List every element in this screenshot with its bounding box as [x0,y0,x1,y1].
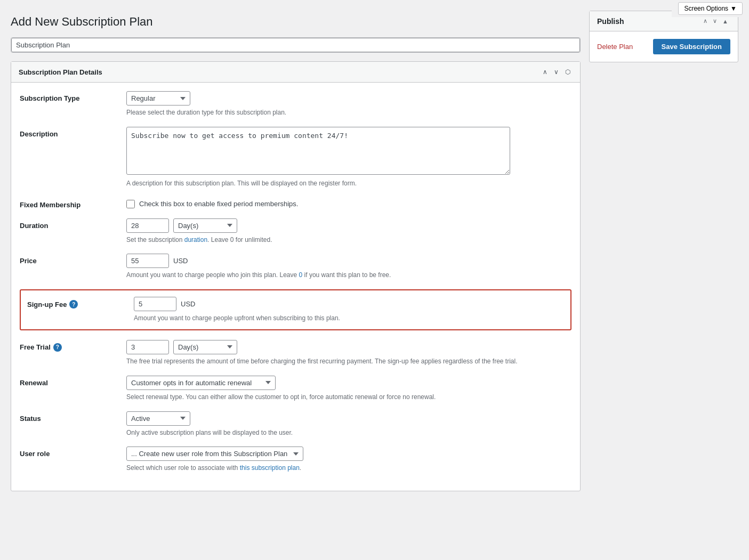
user-role-row: User role ... Create new user role from … [20,447,571,473]
plan-title-input[interactable] [11,38,580,52]
duration-hint: Set the subscription duration. Leave 0 f… [126,236,571,245]
user-role-select[interactable]: ... Create new user role from this Subsc… [126,447,303,461]
free-trial-unit-select[interactable]: Day(s) Week(s) Month(s) Year(s) [173,340,237,354]
title-input-wrapper [11,37,581,53]
page-title: Add New Subscription Plan [11,15,581,29]
renewal-hint: Select renewal type. You can either allo… [126,393,571,402]
signup-fee-row: Sign-up Fee ? USD Amount you want to cha… [20,289,571,330]
panel-controls: ∧ ∨ ⬡ [541,67,573,77]
user-role-hint-link[interactable]: this subscription plan [240,464,300,472]
status-field: Active Inactive Only active subscription… [126,411,571,437]
subscription-type-field: Regular Lifetime Free Please select the … [126,91,571,117]
page-wrapper: Add New Subscription Plan Subscription P… [0,0,749,510]
free-trial-field: Day(s) Week(s) Month(s) Year(s) The free… [126,340,571,366]
free-trial-row: Free Trial ? Day(s) Week(s) Month(s) Yea… [20,340,571,366]
signup-fee-hint: Amount you want to charge people upfront… [134,314,564,323]
description-label: Description [20,127,126,138]
price-input[interactable] [126,254,169,268]
publish-panel: Publish ∧ ∨ ▲ Delete Plan Save Subscript… [589,11,738,62]
panel-title: Subscription Plan Details [19,68,102,76]
free-trial-inputs: Day(s) Week(s) Month(s) Year(s) [126,340,571,354]
top-bar: Screen Options ▼ [672,0,749,17]
subscription-type-label: Subscription Type [20,91,126,102]
publish-header-controls: ∧ ∨ ▲ [701,17,730,26]
fixed-membership-checkbox[interactable] [126,200,135,208]
price-field: USD Amount you want to charge people who… [126,254,571,280]
price-row: Price USD Amount you want to charge peop… [20,254,571,280]
main-content: Add New Subscription Plan Subscription P… [11,11,581,500]
price-hint: Amount you want to charge people who joi… [126,271,571,280]
panel-body: Subscription Type Regular Lifetime Free … [11,83,580,491]
save-subscription-button[interactable]: Save Subscription [653,39,730,54]
renewal-label: Renewal [20,376,126,387]
screen-options-label: Screen Options [684,5,728,12]
screen-options-chevron: ▼ [730,5,737,12]
duration-unit-select[interactable]: Day(s) Week(s) Month(s) Year(s) [173,218,237,233]
sidebar: Publish ∧ ∨ ▲ Delete Plan Save Subscript… [589,11,738,62]
signup-fee-field: USD Amount you want to charge people upf… [134,297,564,323]
signup-fee-input[interactable] [134,297,176,311]
status-row: Status Active Inactive Only active subsc… [20,411,571,437]
price-label: Price [20,254,126,265]
price-hint-link[interactable]: 0 [299,271,303,279]
panel-up-button[interactable]: ∧ [541,67,550,77]
signup-fee-currency: USD [181,300,195,308]
signup-fee-help-icon[interactable]: ? [69,300,78,309]
status-hint: Only active subscription plans will be d… [126,428,571,437]
signup-fee-label: Sign-up Fee ? [27,297,134,309]
signup-fee-inputs: USD [134,297,564,311]
fixed-membership-label: Fixed Membership [20,198,126,209]
free-trial-label: Free Trial ? [20,340,126,352]
free-trial-number-input[interactable] [126,340,169,354]
panel-down-button[interactable]: ∨ [552,67,561,77]
subscription-type-row: Subscription Type Regular Lifetime Free … [20,91,571,117]
description-field: Subscribe now to get access to premium c… [126,127,571,188]
publish-title: Publish [597,17,624,26]
renewal-row: Renewal Customer opts in for automatic r… [20,376,571,402]
subscription-type-select[interactable]: Regular Lifetime Free [126,91,190,105]
description-hint: A description for this subscription plan… [126,179,571,188]
fixed-membership-row: Fixed Membership Check this box to enabl… [20,198,571,209]
free-trial-help-icon[interactable]: ? [53,343,62,352]
duration-inputs: Day(s) Week(s) Month(s) Year(s) [126,218,571,233]
subscription-type-hint: Please select the duration type for this… [126,108,571,117]
publish-up-button[interactable]: ∧ [701,17,710,26]
user-role-label: User role [20,447,126,458]
status-select[interactable]: Active Inactive [126,411,190,426]
description-row: Description Subscribe now to get access … [20,127,571,188]
status-label: Status [20,411,126,423]
price-currency: USD [173,257,188,265]
delete-plan-link[interactable]: Delete Plan [597,43,633,51]
description-textarea[interactable]: Subscribe now to get access to premium c… [126,127,510,175]
price-inputs: USD [126,254,571,268]
duration-hint-link[interactable]: duration [184,236,207,244]
renewal-select[interactable]: Customer opts in for automatic renewal F… [126,376,276,390]
free-trial-hint: The free trial represents the amount of … [126,357,571,366]
fixed-membership-field: Check this box to enable fixed period me… [126,198,571,208]
renewal-field: Customer opts in for automatic renewal F… [126,376,571,402]
publish-body: Delete Plan Save Subscription [590,31,738,62]
user-role-field: ... Create new user role from this Subsc… [126,447,571,473]
panel-expand-button[interactable]: ⬡ [563,67,573,77]
duration-row: Duration Day(s) Week(s) Month(s) Year(s) [20,218,571,245]
publish-expand-button[interactable]: ▲ [720,17,730,26]
details-panel: Subscription Plan Details ∧ ∨ ⬡ Subscrip… [11,61,581,491]
user-role-hint: Select which user role to associate with… [126,464,571,473]
panel-header: Subscription Plan Details ∧ ∨ ⬡ [11,62,580,83]
duration-field: Day(s) Week(s) Month(s) Year(s) Set the … [126,218,571,245]
duration-number-input[interactable] [126,218,169,233]
duration-label: Duration [20,218,126,230]
screen-options-button[interactable]: Screen Options ▼ [678,2,743,15]
fixed-membership-checkbox-label[interactable]: Check this box to enable fixed period me… [126,198,571,208]
publish-down-button[interactable]: ∨ [711,17,719,26]
